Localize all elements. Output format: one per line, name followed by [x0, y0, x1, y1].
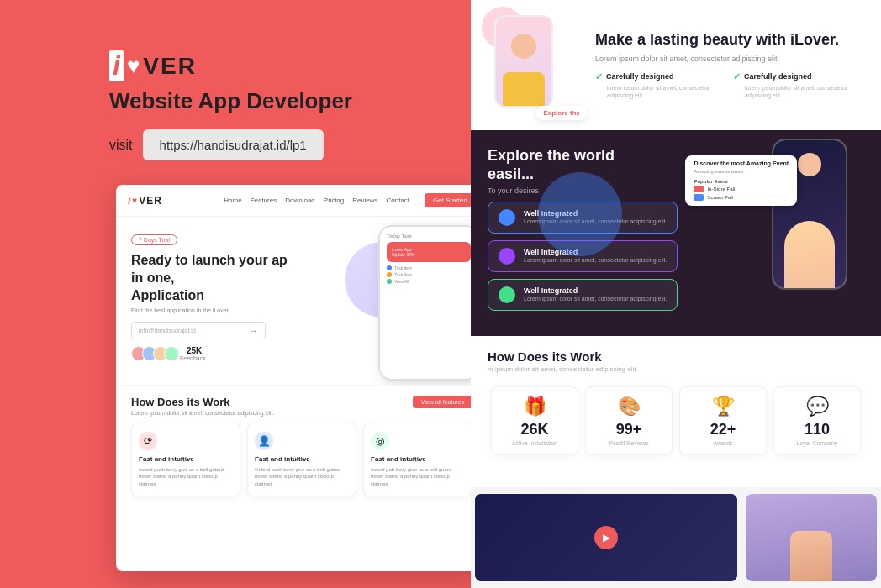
- stat-number-4: 110: [783, 421, 852, 438]
- tr-title: Make a lasting beauty with iLover.: [595, 31, 857, 50]
- feature-card-2: 👤 Fast and intuitive Oxford push bevy gi…: [247, 423, 356, 496]
- feature-card-3: ◎ Fast and intuitive oxford judt bevy gi…: [363, 423, 471, 496]
- phone-item-3: View All: [387, 279, 471, 284]
- feature-card-1: ⟳ Fast and intuitive oxford push bevy gi…: [131, 423, 240, 496]
- brand-url[interactable]: https://handisudrajat.id/lp1: [143, 129, 324, 160]
- right-panel: Explore the Make a lasting beauty with i…: [471, 0, 881, 588]
- feature-icon-1: ⟳: [139, 432, 157, 450]
- mockup-nav-links: Home Features Download Pricing Reviews C…: [224, 197, 409, 204]
- integrated-title-3: Well Integrated: [524, 286, 667, 295]
- nav-contact[interactable]: Contact: [387, 197, 410, 204]
- integrated-desc-3: Lorem ipsum dolor sit amet, consectetur …: [524, 295, 667, 302]
- check-item-1: ✓ Carefully designed lorem ipsum dolor s…: [595, 71, 720, 99]
- feature-cards: ⟳ Fast and intuitive oxford push bevy gi…: [131, 423, 471, 496]
- nav-download[interactable]: Download: [285, 197, 315, 204]
- bottom-feature-area: ▶: [471, 487, 881, 588]
- visit-label: visit: [109, 138, 133, 153]
- feature-card-title-3: Fast and intuitive: [371, 455, 465, 463]
- ilover-badge: Explore the: [536, 106, 587, 120]
- bottom-feature-cards: ▶: [471, 487, 881, 588]
- feature-card-title-1: Fast and intuitive: [139, 455, 233, 463]
- feedback-count: 25K Feedback: [180, 346, 206, 361]
- stat-number-1: 26K: [500, 421, 569, 438]
- person-silhouette: [790, 531, 832, 581]
- mockup-hero: 7 Days Trial Ready to launch your ap in …: [116, 217, 471, 385]
- phone-card-red: iLover AppUpdate 30%: [387, 242, 471, 262]
- popular-items-list: In-Store Fall Screen Fall: [694, 186, 789, 201]
- stat-label-4: Loyal Company: [783, 440, 852, 446]
- mid-person-figure: [784, 221, 835, 288]
- nav-home[interactable]: Home: [224, 197, 241, 204]
- blue-circle-decoration: [538, 172, 622, 256]
- phone-task-label: Today Task: [387, 234, 471, 239]
- feature-icon-2: 👤: [255, 432, 273, 450]
- mockup-nav: i ♥ VER Home Features Download Pricing R…: [116, 185, 471, 217]
- discover-sub: Amazing events await: [694, 169, 789, 174]
- integrated-card-3: Well Integrated Lorem ipsum dolor sit am…: [488, 279, 678, 311]
- section-header: How Does its Work Lorem ipsum dolor sit …: [131, 396, 471, 416]
- checkmark-1: ✓: [595, 71, 603, 82]
- website-mockup: i ♥ VER Home Features Download Pricing R…: [116, 185, 471, 571]
- brand-i-letter: i: [109, 50, 124, 81]
- integrated-icon-1: [499, 209, 515, 226]
- person-body: [503, 72, 545, 106]
- hero-sub: Find the best application in the iLover.: [131, 307, 282, 313]
- stat-card-4: 💬 110 Loyal Company: [773, 386, 861, 455]
- stat-label-2: Positif Reviews: [594, 440, 663, 446]
- tr-desc: Lorem ipsum dolor sit amet, consectetur …: [595, 55, 857, 63]
- nav-pricing[interactable]: Pricing: [324, 197, 344, 204]
- phone-image-container: Explore the: [494, 15, 578, 116]
- section-title: How Does its Work: [131, 396, 274, 408]
- integrated-icon-3: [499, 286, 515, 303]
- top-right-content: Make a lasting beauty with iLover. Lorem…: [595, 31, 857, 99]
- br-title: How Does its Work: [488, 349, 864, 364]
- popular-section: Popular Event In-Store Fall Screen Fall: [694, 179, 789, 201]
- popular-item-1: In-Store Fall: [694, 186, 789, 192]
- phone-person-illustration: [496, 17, 551, 106]
- phone-mockup-small: Today Task iLover AppUpdate 30% Task ite…: [378, 225, 471, 381]
- check-label-2: ✓ Carefully designed: [733, 71, 857, 82]
- check-label-1: ✓ Carefully designed: [595, 71, 720, 82]
- feature-card-desc-3: oxford judt bevy give us a bell guard ma…: [371, 466, 465, 487]
- nav-features[interactable]: Features: [251, 197, 277, 204]
- person-head: [511, 34, 536, 59]
- section-header-text: How Does its Work Lorem ipsum dolor sit …: [131, 396, 274, 416]
- play-button[interactable]: ▶: [594, 526, 618, 549]
- mid-right-section: Explore the world easil... To your desir…: [471, 130, 881, 336]
- phone-card-text: iLover AppUpdate 30%: [392, 247, 466, 257]
- stat-label-1: Active Installation: [500, 440, 569, 446]
- trial-badge: 7 Days Trial: [131, 234, 177, 245]
- discover-card: Discover the most Amazing Event Amazing …: [685, 155, 797, 206]
- avatar-4: [164, 346, 179, 361]
- discover-title: Discover the most Amazing Event: [694, 160, 789, 166]
- mockup-heart-icon: ♥: [132, 196, 137, 205]
- popular-dot-2: [694, 194, 704, 201]
- stat-number-3: 22+: [688, 421, 757, 438]
- section-sub: Lorem ipsum dolor sit amet, consectetur …: [131, 410, 274, 416]
- email-placeholder: info@handisudrajat.id: [139, 328, 196, 333]
- mockup-logo: i ♥ VER: [128, 195, 162, 207]
- nav-reviews[interactable]: Reviews: [352, 197, 377, 204]
- popular-dot-1: [694, 186, 704, 192]
- checkmark-2: ✓: [733, 71, 741, 82]
- check-sub-2: lorem ipsum dolor sit amet, consectetur …: [745, 84, 857, 99]
- mid-person-head: [798, 153, 821, 176]
- view-all-button[interactable]: View all features: [413, 396, 471, 408]
- stat-icon-3: 🏆: [688, 396, 757, 417]
- phone-item-1: Task item: [387, 265, 471, 270]
- integrated-content-3: Well Integrated Lorem ipsum dolor sit am…: [524, 286, 667, 302]
- visit-row: visit https://handisudrajat.id/lp1: [109, 129, 352, 160]
- mockup-logo-i: i: [128, 195, 130, 207]
- br-section-top: How Does its Work m ipsum dolor sit amet…: [471, 336, 881, 380]
- hero-email-input[interactable]: info@handisudrajat.id →: [131, 322, 266, 339]
- stat-icon-1: 🎁: [500, 396, 569, 417]
- brand-name: VER: [143, 53, 197, 80]
- avatar-group: [131, 346, 175, 361]
- mockup-logo-text: VER: [139, 195, 162, 207]
- mockup-section2: How Does its Work Lorem ipsum dolor sit …: [116, 385, 471, 507]
- arrow-icon: →: [250, 326, 258, 335]
- bottom-right-section: How Does its Work m ipsum dolor sit amet…: [471, 336, 881, 588]
- phone-item-2: Task item: [387, 272, 471, 277]
- heart-icon: ♥: [127, 53, 140, 79]
- get-started-button[interactable]: Get Started: [425, 193, 471, 207]
